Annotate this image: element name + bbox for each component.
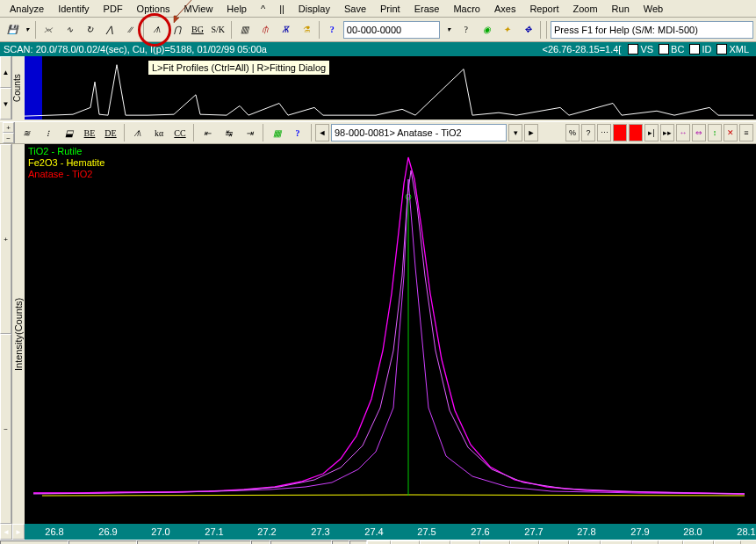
- close-x-icon[interactable]: ✕: [724, 124, 738, 141]
- tool2-icon[interactable]: Ѫ: [276, 20, 294, 40]
- main-vscroll-down-icon[interactable]: −: [0, 334, 11, 524]
- status-flag-rpt[interactable]: RPT: [539, 540, 569, 544]
- menu-macro[interactable]: Macro: [447, 2, 486, 16]
- sk-button[interactable]: S/K: [209, 20, 227, 40]
- menu-display[interactable]: Display: [292, 2, 336, 16]
- fit-profiles-icon[interactable]: ⩚: [148, 20, 166, 40]
- dropdown-icon[interactable]: ▾: [23, 20, 32, 40]
- menu-caret[interactable]: ^: [255, 2, 271, 16]
- menu-identify[interactable]: Identify: [52, 2, 95, 16]
- menu-mview[interactable]: MView: [178, 2, 220, 16]
- nav-play-icon[interactable]: ▸▸: [660, 124, 674, 141]
- p2-btn2-icon[interactable]: ⫶: [38, 123, 57, 142]
- nav-first-icon[interactable]: ▸|: [644, 124, 659, 141]
- p2-btn3-icon[interactable]: ⬓: [59, 123, 78, 142]
- pct-button[interactable]: %: [565, 124, 580, 141]
- menu-web[interactable]: Web: [637, 2, 669, 16]
- x-hscroll-left-icon[interactable]: ◄: [0, 524, 12, 540]
- dots-button[interactable]: ⋯: [597, 124, 611, 141]
- menu-erase[interactable]: Erase: [408, 2, 446, 16]
- status-flag-dsp[interactable]: DSP: [450, 540, 481, 544]
- x-hscroll-right-icon[interactable]: ►: [12, 524, 25, 540]
- move-icon[interactable]: ✥: [518, 20, 536, 40]
- spark-icon[interactable]: ✦: [498, 20, 516, 40]
- menu-analyze[interactable]: Analyze: [4, 2, 50, 16]
- menu-run[interactable]: Run: [606, 2, 636, 16]
- target-icon[interactable]: ◉: [477, 20, 495, 40]
- phase-vscroll-down-icon[interactable]: −: [3, 133, 14, 143]
- p2-peak-icon[interactable]: ⩚: [128, 123, 148, 142]
- status-flag-bc[interactable]: BC: [367, 540, 391, 544]
- phase-select-input[interactable]: [331, 124, 507, 141]
- status-flag-pdf[interactable]: PDF: [480, 540, 510, 544]
- width-in-icon[interactable]: ⇔: [692, 124, 706, 141]
- menu-pdf[interactable]: PDF: [97, 2, 129, 16]
- menu-save[interactable]: Save: [338, 2, 372, 16]
- area-icon[interactable]: ▥: [235, 20, 254, 40]
- x-axis-hscroll[interactable]: ◄ ►: [0, 524, 25, 540]
- help-icon[interactable]: ?: [323, 20, 342, 40]
- bg-button[interactable]: BG: [188, 20, 206, 40]
- flag-vs-checkbox[interactable]: [628, 44, 638, 54]
- p2-shift2-icon[interactable]: ↹: [219, 123, 238, 142]
- search-icon[interactable]: ?: [457, 20, 475, 40]
- main-vscroll[interactable]: + −: [0, 144, 12, 524]
- collapse-icon[interactable]: ≡: [739, 124, 753, 141]
- status-flag-rrp[interactable]: RRP: [601, 540, 631, 544]
- main-vscroll-up-icon[interactable]: +: [0, 144, 11, 334]
- phase-dropdown-icon[interactable]: ▾: [508, 124, 522, 141]
- p2-be-button[interactable]: BE: [80, 123, 99, 142]
- menu-axes[interactable]: Axes: [488, 2, 522, 16]
- flask-icon[interactable]: ⚗: [296, 20, 314, 40]
- pdf-number-input[interactable]: [343, 21, 440, 39]
- peak2-icon[interactable]: ∿: [60, 20, 78, 40]
- cycle-icon[interactable]: ↻: [80, 20, 98, 40]
- tool1-icon[interactable]: ⫛: [256, 20, 274, 40]
- flag-bc-checkbox[interactable]: [659, 44, 669, 54]
- rec-red1-icon[interactable]: [613, 124, 627, 141]
- q-button[interactable]: ?: [581, 124, 595, 141]
- overview-vscroll-down-icon[interactable]: ▼: [0, 88, 11, 120]
- disk-icon[interactable]: 💾: [3, 20, 21, 40]
- p2-shift1-icon[interactable]: ⇤: [198, 123, 217, 142]
- p2-ka-button[interactable]: kα: [149, 123, 169, 142]
- flag-id-checkbox[interactable]: [689, 44, 700, 54]
- peak4-icon[interactable]: ⫽: [121, 20, 140, 40]
- p2-btn1-icon[interactable]: ≋: [17, 123, 36, 142]
- p2-shift3-icon[interactable]: ⇥: [240, 123, 259, 142]
- pdf-dropdown-icon[interactable]: ▾: [442, 20, 455, 40]
- peak5-icon[interactable]: ⋂: [168, 20, 186, 40]
- main-plot[interactable]: TiO2 - Rutile Fe2O3 - Hematite Anatase -…: [25, 144, 756, 524]
- help-hint-input[interactable]: [551, 21, 753, 39]
- menu-help[interactable]: Help: [220, 2, 253, 16]
- status-flag-pks[interactable]: PKS: [420, 540, 450, 544]
- overview-plot[interactable]: [25, 56, 756, 120]
- height-button[interactable]: ↕: [708, 124, 722, 141]
- menu-pause[interactable]: ||: [273, 2, 291, 16]
- overview-vscroll[interactable]: ▲ ▼: [0, 56, 12, 120]
- overview-vscroll-up-icon[interactable]: ▲: [0, 56, 11, 88]
- menu-print[interactable]: Print: [374, 2, 407, 16]
- status-flag-pft[interactable]: PFT: [510, 540, 539, 544]
- phase-vscroll-up-icon[interactable]: +: [3, 122, 14, 133]
- phase-next-button[interactable]: ►: [524, 124, 538, 141]
- menu-zoom[interactable]: Zoom: [566, 2, 603, 16]
- peak3-icon[interactable]: ⋀: [101, 20, 119, 40]
- status-flag-wpf[interactable]: WPF: [569, 540, 601, 544]
- phase-prev-button[interactable]: ◄: [315, 124, 329, 141]
- p2-de-button[interactable]: DE: [101, 123, 120, 142]
- p2-cc-button[interactable]: CC: [170, 123, 190, 142]
- status-flag-sav[interactable]: SAV: [391, 540, 420, 544]
- p2-help-icon[interactable]: ?: [288, 123, 307, 142]
- status-flag-abc[interactable]: ABC: [683, 540, 714, 544]
- rec-red2-icon[interactable]: [629, 124, 643, 141]
- status-flag-pid[interactable]: PID: [632, 540, 659, 544]
- width-out-icon[interactable]: ↔: [676, 124, 690, 141]
- menu-report[interactable]: Report: [523, 2, 565, 16]
- p2-grid-icon[interactable]: ▦: [267, 123, 286, 142]
- menu-options[interactable]: Options: [131, 2, 176, 16]
- status-flag-fit[interactable]: FIT: [659, 540, 684, 544]
- flag-xml-checkbox[interactable]: [716, 44, 727, 54]
- status-flag-rir[interactable]: RIR: [714, 540, 741, 544]
- peak1-icon[interactable]: ⩙: [40, 20, 58, 40]
